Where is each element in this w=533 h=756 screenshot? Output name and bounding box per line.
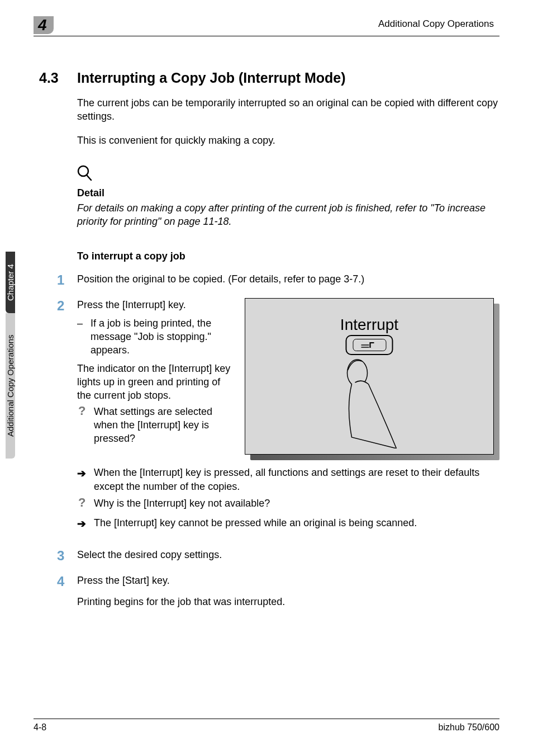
- section-heading: 4.3 Interrupting a Copy Job (Interrupt M…: [39, 70, 499, 86]
- side-tab-section: Additional Copy Operations: [6, 313, 15, 459]
- side-tab-chapter: Chapter 4: [6, 252, 15, 313]
- step2-q2: Why is the [Interrupt] key not available…: [94, 497, 270, 514]
- intro-paragraph-1: The current jobs can be temporarily inte…: [77, 96, 499, 124]
- running-title: Additional Copy Operations: [378, 18, 494, 30]
- arrow-icon: ➔: [77, 466, 94, 493]
- procedure-heading: To interrupt a copy job: [77, 251, 499, 262]
- detail-text: For details on making a copy after print…: [77, 201, 499, 229]
- svg-text:?: ?: [78, 405, 85, 418]
- page-number: 4-8: [34, 722, 46, 733]
- section-number: 4.3: [39, 70, 77, 86]
- detail-heading: Detail: [77, 187, 499, 199]
- step-number: 4: [57, 574, 77, 609]
- step-text: Press the [Start] key.: [77, 574, 499, 587]
- step2-q1: What settings are selected when the [Int…: [94, 405, 234, 446]
- step-row: 4 Press the [Start] key. Printing begins…: [57, 574, 499, 609]
- interrupt-illustration: Interrupt: [245, 298, 499, 460]
- chapter-number: 4: [38, 16, 47, 34]
- step-number: 1: [57, 272, 77, 288]
- step2-after: The indicator on the [Interrupt] key lig…: [77, 362, 234, 403]
- step2-bullet: If a job is being printed, the message "…: [91, 316, 234, 357]
- svg-text:?: ?: [78, 497, 85, 509]
- question-icon: ?: [77, 497, 94, 514]
- step-row: 3 Select the desired copy settings.: [57, 548, 499, 564]
- section-title: Interrupting a Copy Job (Interrupt Mode): [77, 70, 346, 86]
- step-number: 3: [57, 548, 77, 564]
- intro-paragraph-2: This is convenient for quickly making a …: [77, 134, 499, 147]
- question-icon: ?: [77, 405, 94, 446]
- arrow-icon: ➔: [77, 516, 94, 531]
- svg-line-1: [87, 175, 91, 180]
- magnifier-icon: [77, 165, 499, 184]
- step2-a1: When the [Interrupt] key is pressed, all…: [94, 466, 499, 493]
- step-row: 1 Position the original to be copied. (F…: [57, 272, 499, 288]
- step2-a2: The [Interrupt] key cannot be pressed wh…: [94, 516, 417, 531]
- page-footer: 4-8 bizhub 750/600: [34, 719, 499, 733]
- page-header: 4 Additional Copy Operations: [34, 20, 499, 36]
- illustration-label: Interrupt: [245, 314, 493, 336]
- step-text: Position the original to be copied. (For…: [77, 272, 499, 288]
- step4-after: Printing begins for the job that was int…: [77, 595, 499, 608]
- side-tab: Chapter 4 Additional Copy Operations: [6, 252, 27, 459]
- finger-icon: [330, 353, 402, 452]
- step-text: Select the desired copy settings.: [77, 548, 499, 564]
- step-text: Press the [Interrupt] key.: [77, 298, 234, 311]
- footer-model: bizhub 750/600: [439, 722, 499, 733]
- step-row: 2 Press the [Interrupt] key. – If a job …: [57, 298, 499, 531]
- dash-bullet: –: [77, 316, 91, 357]
- step-number: 2: [57, 298, 77, 531]
- interrupt-key-icon: [346, 335, 393, 355]
